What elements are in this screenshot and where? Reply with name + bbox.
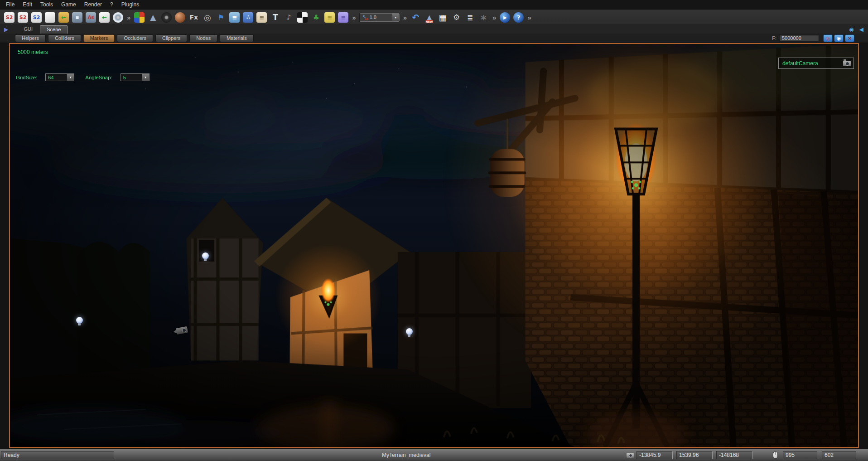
serious-editor-sync-icon[interactable]: S2	[18, 12, 28, 23]
terrain-mountain-icon[interactable]: ▲	[148, 12, 158, 23]
bonsai-tree-icon[interactable]: ♣	[311, 12, 321, 23]
angle-snap-dropdown[interactable]: 5 ▼	[121, 73, 149, 81]
serious-editor-alt-icon[interactable]: S2	[31, 12, 42, 23]
toolbar: S2S2S2←▪As←»▲Fx◎⚑≡∴≡T♪♣≡≡»↖1x1.0▼»↶▲NEW▦…	[0, 10, 868, 25]
viewport-icon-buttons: ◎◉×	[823, 34, 854, 42]
clipboard-pen-icon[interactable]: ≡	[256, 12, 267, 23]
menu-[interactable]: ?	[106, 0, 117, 10]
tire-icon[interactable]	[161, 12, 172, 23]
speed-multiplier-dropdown[interactable]: ↖1x1.0▼	[360, 13, 400, 22]
collapse-panel-icon[interactable]: ◀	[858, 26, 865, 33]
menu-file[interactable]: File	[2, 0, 19, 10]
view-range-label: 5000 meters	[18, 49, 48, 55]
menu-game[interactable]: Game	[57, 0, 80, 10]
tab-scene[interactable]: Scene	[40, 25, 68, 34]
toolbar-overflow-chevron[interactable]: »	[527, 14, 531, 21]
filter-button-markers[interactable]: Markers	[83, 34, 115, 42]
gear-icon[interactable]: ⚙	[451, 12, 462, 23]
chevron-down-icon[interactable]: ▼	[392, 14, 399, 21]
sticky-note-yellow-icon[interactable]: ≡	[324, 12, 335, 23]
new-terrain-icon[interactable]: ▲NEW	[424, 12, 434, 23]
angle-snap-value: 5	[121, 75, 142, 80]
filter-buttons: HelpersCollidersMarkersOccludersClippers…	[15, 34, 254, 42]
checkerboard-icon[interactable]	[297, 12, 308, 23]
filter-button-colliders[interactable]: Colliders	[48, 34, 81, 42]
coord-z: -148168	[716, 451, 752, 459]
serious-editor-icon[interactable]: S2	[4, 12, 14, 23]
filter-bar-right: F: 5000000 ◎◉×	[772, 34, 868, 42]
help-icon[interactable]: ?	[513, 12, 524, 23]
locator-target-icon[interactable]: ◎	[823, 34, 833, 42]
grid-size-value: 64	[46, 75, 67, 80]
menu-bar: FileEditToolsGameRender?Plugins	[0, 0, 868, 10]
filter-button-materials[interactable]: Materials	[220, 34, 254, 42]
toolbar-overflow-chevron[interactable]: »	[403, 14, 407, 21]
status-message: Ready	[1, 451, 114, 459]
grid-size-dropdown[interactable]: 64 ▼	[45, 73, 74, 81]
coord-y: 1539.96	[676, 451, 713, 459]
grid-size-label: GridSize:	[16, 75, 37, 80]
speed-value: 1.0	[368, 15, 392, 20]
cursor-speed-icon: ↖1x	[361, 14, 368, 21]
filter-button-occluders[interactable]: Occluders	[117, 34, 153, 42]
mouse-icon	[773, 451, 778, 459]
viewport-hud-controls: GridSize: 64 ▼ AngleSnap: 5 ▼	[16, 73, 149, 81]
light-gizmo[interactable]	[202, 252, 209, 259]
chevron-down-icon[interactable]: ▼	[67, 74, 74, 81]
menu-render[interactable]: Render	[80, 0, 106, 10]
light-gizmo[interactable]	[406, 328, 413, 335]
toolbar-overflow-chevron[interactable]: »	[492, 14, 497, 21]
toolbar-overflow-chevron[interactable]: »	[126, 14, 131, 21]
chevron-down-icon[interactable]: ▼	[142, 74, 149, 81]
new-document-icon[interactable]	[45, 12, 55, 23]
play-forward-icon[interactable]: ▶	[2, 26, 10, 33]
screenshot-camera-icon[interactable]: ◉	[834, 34, 844, 42]
tab-bar: ▶ GUIScene ◉◀	[0, 25, 868, 34]
grid-icon[interactable]: ▦	[438, 12, 448, 23]
planet-icon[interactable]	[175, 12, 185, 23]
cd-disc-icon[interactable]	[113, 12, 123, 23]
mouse-y: 602	[822, 451, 856, 459]
list-lines-icon[interactable]: ≣	[465, 12, 475, 23]
light-gizmo[interactable]	[76, 317, 83, 324]
status-bar: Ready MyTerrain_medieval -13845.9 1539.9…	[0, 449, 868, 461]
active-camera-box[interactable]: defaultCamera	[778, 58, 854, 69]
open-folder-icon[interactable]: ←	[58, 12, 69, 23]
text-tool-icon[interactable]: T	[270, 12, 280, 23]
menu-edit[interactable]: Edit	[19, 0, 36, 10]
import-file-icon[interactable]: ←	[99, 12, 110, 23]
filter-button-nodes[interactable]: Nodes	[189, 34, 217, 42]
menu-plugins[interactable]: Plugins	[117, 0, 143, 10]
notes-document-icon[interactable]: ≡	[229, 12, 240, 23]
angle-snap-label: AngleSnap:	[85, 75, 112, 80]
maximize-viewport-icon[interactable]: ×	[845, 34, 854, 42]
filter-button-clippers[interactable]: Clippers	[155, 34, 187, 42]
f-label: F:	[772, 35, 776, 41]
terrain-name: MyTerrain_medieval	[382, 452, 430, 458]
save-icon[interactable]: ▪	[72, 12, 82, 23]
steering-wheel-icon[interactable]: ◎	[202, 12, 212, 23]
snowflake-icon[interactable]: ∗	[478, 12, 489, 23]
viewport[interactable]: 5000 meters GridSize: 64 ▼ AngleSnap: 5 …	[9, 43, 859, 448]
fx-effects-icon[interactable]: Fx	[188, 12, 199, 23]
undo-icon[interactable]: ↶	[410, 12, 421, 23]
tab-bar-right-icons: ◉◀	[847, 26, 868, 33]
sticky-note-purple-icon[interactable]: ≡	[338, 12, 348, 23]
rubiks-cube-icon[interactable]	[134, 12, 145, 23]
hierarchy-icon[interactable]: ∴	[243, 12, 253, 23]
toolbar-overflow-chevron[interactable]: »	[352, 14, 356, 21]
scene-3d-render[interactable]	[10, 44, 858, 447]
save-as-icon[interactable]: As	[86, 12, 96, 23]
camera-name: defaultCamera	[779, 60, 843, 67]
speaker-icon[interactable]: ♪	[284, 12, 294, 23]
menu-tools[interactable]: Tools	[36, 0, 57, 10]
filter-button-helpers[interactable]: Helpers	[15, 34, 46, 42]
coord-x: -13845.9	[637, 451, 673, 459]
camera-position-icon	[627, 453, 634, 458]
play-icon[interactable]: ▶	[500, 12, 510, 23]
tab-gui[interactable]: GUI	[16, 25, 40, 34]
wire-sphere-icon[interactable]: ◉	[847, 26, 855, 33]
camera-icon	[843, 61, 851, 66]
flag-icon[interactable]: ⚑	[216, 12, 226, 23]
f-value-input[interactable]: 5000000	[779, 34, 819, 42]
